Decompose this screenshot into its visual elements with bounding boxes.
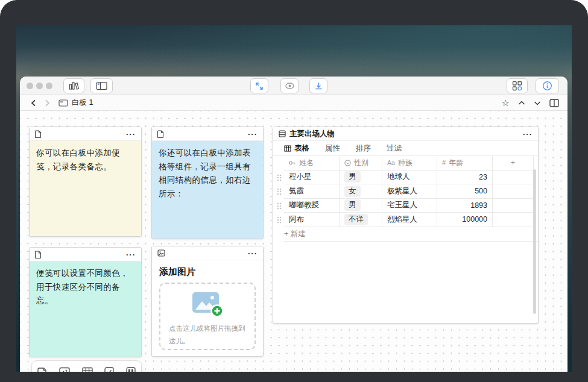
gender-tag: 男 [344,199,361,211]
add-column-button[interactable]: + [493,156,534,171]
tab-label: 表格 [294,143,309,154]
image-card[interactable]: ··· 添加图片 点击这儿或将图片拖拽到这儿。 [151,246,264,357]
info-button[interactable] [536,78,559,93]
whiteboard-canvas[interactable]: ··· 你可以在白板中添加便笺，记录各类备忘。 ··· 你还可以在白板中添加表格… [20,111,567,372]
cell-empty[interactable] [493,171,534,185]
cell-race[interactable]: 烈焰星人 [382,213,437,227]
table-row[interactable]: 氦霞 女 极紫星人 500 [273,184,538,199]
sticky-note-card-2[interactable]: ··· 你还可以在白板中添加表格等组件，记录一组具有相同结构的信息，如右边所示： [151,127,264,239]
app-window: 白板 1 ☆ [20,77,567,372]
row-drag-handle[interactable] [273,171,284,185]
cell-gender[interactable]: 女 [340,184,382,199]
cell-race[interactable]: 宅王星人 [382,199,437,213]
tab-whiteboard-1[interactable]: 白板 1 [58,98,93,108]
table-scrollbar[interactable] [533,169,536,314]
sticky-note-card-1[interactable]: ··· 你可以在白板中添加便笺，记录各类备忘。 [29,127,142,237]
column-label: 年龄 [449,158,463,168]
cell-race[interactable]: 极紫星人 [382,184,437,199]
library-button[interactable] [63,78,84,93]
table-card[interactable]: 主要出场人物 ··· 表格 [273,127,539,324]
table-tool-icon[interactable] [82,367,93,372]
note-icon [157,130,164,138]
fit-view-icon [254,81,264,91]
card-menu-button[interactable]: ··· [248,130,258,138]
gender-tag: 女 [344,186,361,197]
tab-bar: 白板 1 ☆ [20,95,567,111]
column-header-gender[interactable]: 性别 [340,156,382,171]
note-text[interactable]: 你可以在白板中添加便笺，记录各类备忘。 [30,141,141,236]
sidebar-toggle-icon [96,81,107,90]
tab-filter[interactable]: 过滤 [387,143,402,154]
image-icon [157,249,165,257]
star-icon[interactable]: ☆ [502,98,510,107]
image-tool-icon[interactable] [59,367,70,372]
cell-gender[interactable]: 不详 [340,213,382,227]
tab-table-view[interactable]: 表格 [284,143,309,154]
library-icon [69,81,80,90]
select-icon [344,160,351,166]
row-drag-handle[interactable] [273,184,284,199]
split-view-icon[interactable] [549,99,559,107]
column-label: 种族 [398,158,413,168]
kanban-tool-icon[interactable] [126,367,136,372]
chevron-down-icon[interactable] [534,101,541,105]
table-row[interactable]: 阿布 不详 烈焰星人 100000 [273,213,538,227]
column-header-age[interactable]: # 年龄 [437,156,493,171]
preview-button[interactable] [280,78,299,93]
card-header: 主要出场人物 ··· [273,127,538,141]
traffic-light-minimize[interactable] [36,83,43,89]
cell-name[interactable]: 程小星 [284,171,340,185]
note-text[interactable]: 便笺可以设置不同颜色，用于快速区分不同的备忘。 [30,261,141,357]
card-menu-button[interactable]: ··· [248,249,258,257]
column-header-name[interactable]: 姓名 [284,156,340,171]
tab-sort[interactable]: 排序 [356,143,371,154]
image-card-title: 添加图片 [152,260,263,283]
column-header-race[interactable]: Aa 种族 [382,156,437,171]
cell-gender[interactable]: 男 [340,199,382,213]
add-row-button[interactable]: + 新建 [284,227,538,242]
widgets-button[interactable] [507,78,528,93]
note-tool-icon[interactable] [37,367,47,372]
database-icon [279,130,286,137]
cell-age[interactable]: 100000 [437,213,493,227]
column-label: 性别 [354,158,368,168]
cell-gender[interactable]: 男 [340,171,382,185]
sticky-note-card-3[interactable]: ··· 便笺可以设置不同颜色，用于快速区分不同的备忘。 [29,247,142,357]
export-download-button[interactable] [309,78,327,93]
cell-empty[interactable] [493,184,534,199]
card-menu-button[interactable]: ··· [523,130,533,138]
gender-tag: 不详 [344,214,368,225]
todo-tool-icon[interactable] [104,367,114,372]
card-menu-button[interactable]: ··· [126,251,136,258]
cell-age[interactable]: 500 [437,184,493,199]
back-icon[interactable] [31,99,36,107]
screenshot-stage: 白板 1 ☆ [0,0,588,382]
cell-name[interactable]: 嘟嘟教授 [284,199,340,213]
table-header-row: 姓名 性别 Aa 种族 [273,156,538,171]
cell-name[interactable]: 氦霞 [284,184,340,199]
traffic-light-zoom[interactable] [46,83,52,89]
cell-race[interactable]: 地球人 [382,171,437,185]
table-row[interactable]: 嘟嘟教授 男 宅王星人 1893 [273,199,538,213]
forward-icon[interactable] [45,99,50,107]
row-drag-handle[interactable] [273,199,284,213]
tab-properties[interactable]: 属性 [325,143,340,154]
image-dropzone[interactable]: 点击这儿或将图片拖拽到这儿。 [159,283,256,350]
chevron-up-icon[interactable] [518,101,525,105]
cell-name[interactable]: 阿布 [284,213,340,227]
grid-icon [284,145,291,152]
traffic-light-close[interactable] [27,83,33,89]
widgets-icon [512,81,522,91]
row-drag-handle[interactable] [273,213,284,227]
cell-age[interactable]: 23 [437,171,493,185]
cell-empty[interactable] [493,213,534,227]
cell-empty[interactable] [493,199,534,213]
fit-view-button[interactable] [250,78,268,93]
table-row[interactable]: 程小星 男 地球人 23 [273,171,538,185]
note-icon [35,251,42,258]
cell-age[interactable]: 1893 [437,199,493,213]
tab-card-icon [58,99,68,107]
note-text[interactable]: 你还可以在白板中添加表格等组件，记录一组具有相同结构的信息，如右边所示： [152,141,263,239]
sidebar-toggle-button[interactable] [90,78,113,93]
card-menu-button[interactable]: ··· [126,130,136,138]
